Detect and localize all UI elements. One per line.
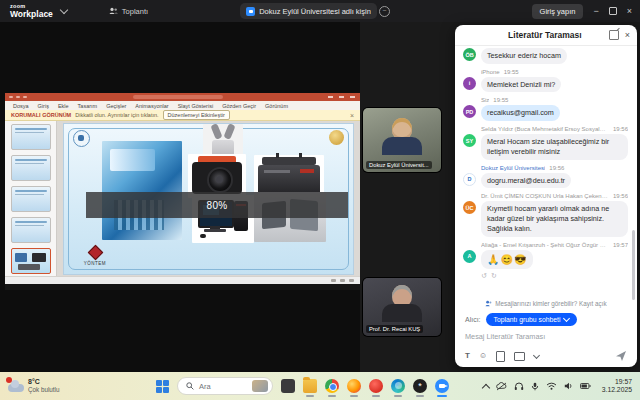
ppt-menu-item[interactable]: Geçişler [106,103,126,109]
people-icon [109,7,118,15]
ppt-enable-editing-button[interactable]: Düzenlemeyi Etkinleştir [163,110,230,120]
chatgpt-icon[interactable]: * [413,379,427,393]
ppt-status-bar [5,276,360,284]
slide-thumbnail[interactable] [11,124,51,150]
tray-chevron-up-icon[interactable] [482,383,490,391]
ppt-menu-item[interactable]: Tasarım [78,103,98,109]
chat-toolbar: T ☺ [465,350,627,362]
more-options-icon[interactable] [533,351,540,358]
zoom-titlebar: zoom Workplace Toplantı Dokuz Eylül Üniv… [0,0,640,22]
weather-description: Çok bulutlu [28,386,60,393]
minimize-button[interactable]: − [593,7,598,16]
edge-icon[interactable] [391,379,405,393]
message-time: 19:57 [613,242,628,248]
file-explorer-icon[interactable] [303,379,317,393]
popout-icon[interactable] [609,30,619,40]
chat-panel: Literatür Taraması × Hocamız liselerde m… [455,25,637,367]
chat-message: Dr. Ümit ÇİMEN COŞKUN Urla Hakan Çeken A… [463,193,628,236]
weather-widget[interactable]: 8°C Çok bulutlu [8,378,138,393]
search-icon [186,382,194,390]
sender-name: Siz [481,97,489,103]
red-app-icon[interactable] [369,379,383,393]
slide-thumbnail[interactable] [11,155,51,181]
ppt-slide-thumbnails [5,121,57,277]
chat-scrollbar[interactable] [632,230,635,300]
ppt-notice-close-icon[interactable]: × [350,112,354,119]
zoom-level-toast: 80% [86,192,348,218]
ppt-menu-item[interactable]: Animasyonlar [135,103,168,109]
ppt-menu-item[interactable]: Gözden Geçir [222,103,256,109]
attach-file-icon[interactable] [496,351,505,362]
notification-badge [6,377,12,383]
tab-active-meeting[interactable]: Dokuz Eylül Üniversitesi adlı kişin [240,3,377,19]
onedrive-paused-icon[interactable] [496,382,507,391]
chevron-down-icon[interactable] [60,6,68,14]
ppt-menu-item[interactable]: Dosya [13,103,29,109]
sign-in-button[interactable]: Giriş yapın [532,4,584,19]
chat-message-own: Siz19:55 PD recaikus@gmail.com [463,97,628,121]
avatar: D [463,173,476,186]
slide-image-tech-collage [102,141,182,240]
chat-footer: Mesajlarınızı kimler görebilir? Kayıt aç… [465,300,627,362]
dark-app-icon[interactable] [281,379,295,393]
tab-close-icon[interactable]: − [379,6,390,17]
privacy-people-icon [485,300,492,307]
weather-temperature: 8°C [28,378,60,386]
sender-name: Selda Yıldız (Buca Mehmetakif Ersoy Sosy… [481,126,609,132]
microphone-icon[interactable] [531,382,539,391]
avatar: PD [463,105,476,118]
headset-icon[interactable] [514,382,524,391]
zoom-app-icon[interactable] [435,379,449,393]
search-placeholder: Ara [199,382,247,391]
video-tile-speaker[interactable]: Prof. Dr. Recai KUŞ [363,278,441,336]
chat-message-input[interactable]: Mesaj Literatür Taraması [465,332,627,341]
tab-meetings[interactable]: Toplantı [109,7,148,16]
participant-video [382,118,422,155]
ppt-window-controls [328,96,355,98]
send-icon[interactable] [615,350,627,362]
recipient-label: Alıcı: [465,316,481,323]
emoji-icon[interactable]: ☺ [479,352,487,360]
message-bubble: Kıymetli hocam yararlı olmak adına ne ka… [481,201,628,236]
battery-icon[interactable] [580,382,591,390]
taskbar-clock[interactable]: 19:57 3.12.2025 [602,378,632,394]
recipient-selector[interactable]: Toplantı grubu sohbeti [486,313,578,326]
slide-thumbnail[interactable] [11,217,51,243]
ppt-ribbon-tabs: Dosya Giriş Ekle Tasarım Geçişler Animas… [5,101,360,110]
ppt-menu-item[interactable]: Giriş [38,103,49,109]
time: 19:57 [615,378,632,386]
chat-message-list[interactable]: Hocamız liselerde mi görevli? Dr. Serap … [463,46,628,279]
chat-close-icon[interactable]: × [625,31,630,40]
avatar: i [463,77,476,90]
message-time: 19:56 [613,193,628,199]
video-tile-host[interactable]: Dokuz Eylül Üniversit... [363,108,441,172]
start-button[interactable] [156,380,169,393]
ppt-menu-item[interactable]: Görünüm [265,103,288,109]
message-action-icon[interactable]: ↻ [491,272,497,279]
speaker-icon[interactable] [564,382,573,390]
visibility-notice[interactable]: Mesajlarınızı kimler görebilir? Kayıt aç… [465,300,627,307]
university-emblem-left [73,130,90,147]
wifi-icon[interactable] [546,382,557,390]
maximize-button[interactable] [609,7,617,15]
ppt-menu-item[interactable]: Ekle [58,103,69,109]
ppt-titlebar [5,93,360,101]
close-button[interactable]: × [627,7,632,16]
chat-message: Aliağa - Emel Kıtşanzuh - Şehit Oğuz Özg… [463,242,628,280]
slide-thumbnail[interactable] [11,186,51,212]
chrome-icon[interactable] [325,379,339,393]
slide-method-logo: YÖNTEM [80,247,110,266]
message-bubble: Tesekkur ederiz hocam [481,48,567,64]
screenshot-icon[interactable] [514,352,525,361]
chat-message: Özlem BALLI BALTACI Muğla Datça Şehit Er… [463,46,628,64]
message-action-icon[interactable]: ↺ [481,272,487,279]
search-input[interactable]: Ara [177,377,273,395]
sender-name: Dokuz Eylül Üniversitesi [481,165,545,171]
format-text-icon[interactable]: T [465,352,470,360]
slide-thumbnail-selected[interactable] [11,248,51,274]
firefox-icon[interactable] [347,379,361,393]
message-time: 19:55 [504,69,519,75]
message-time: 19:56 [549,165,564,171]
ppt-menu-item[interactable]: Slayt Gösterisi [178,103,213,109]
ppt-protected-view-bar: KORUMALI GÖRÜNÜM Dikkatli olun. Ayrıntıl… [5,110,360,121]
